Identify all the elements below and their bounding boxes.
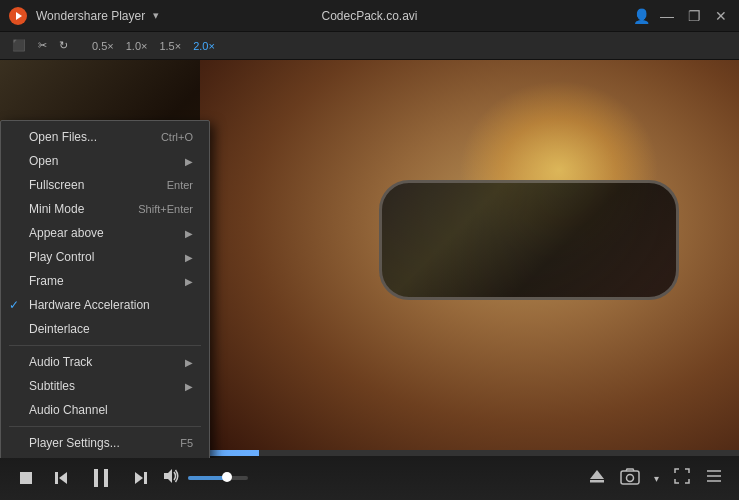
svg-rect-4 xyxy=(55,472,58,484)
next-button[interactable] xyxy=(126,464,154,492)
window-controls: 👤 — ❐ ✕ xyxy=(633,8,731,24)
menu-item-open[interactable]: Open ▶ xyxy=(1,149,209,173)
menu-label-audio-channel: Audio Channel xyxy=(29,403,108,417)
volume-knob xyxy=(222,472,232,482)
video-glasses-overlay xyxy=(379,180,679,300)
menu-label-subtitles: Subtitles xyxy=(29,379,75,393)
menu-item-deinterlace[interactable]: Deinterlace xyxy=(1,317,209,341)
context-menu: Open Files... Ctrl+O Open ▶ Fullscreen E… xyxy=(0,120,210,458)
clip-icon[interactable]: ✂ xyxy=(34,37,51,54)
menu-label-mini-mode: Mini Mode xyxy=(29,202,84,216)
menu-label-appear-above: Appear above xyxy=(29,226,104,240)
menu-shortcut-player-settings: F5 xyxy=(180,437,193,449)
svg-rect-5 xyxy=(94,469,98,487)
menu-item-audio-track[interactable]: Audio Track ▶ xyxy=(1,350,209,374)
menu-item-play-control[interactable]: Play Control ▶ xyxy=(1,245,209,269)
video-area: Open Files... Ctrl+O Open ▶ Fullscreen E… xyxy=(0,60,739,458)
speed-10-button[interactable]: 1.0× xyxy=(122,38,152,54)
volume-slider[interactable] xyxy=(188,476,248,480)
menu-label-audio-track: Audio Track xyxy=(29,355,92,369)
app-name-label: Wondershare Player xyxy=(36,9,145,23)
svg-point-13 xyxy=(627,475,634,482)
volume-icon[interactable] xyxy=(162,467,180,489)
dropdown-icon[interactable]: ▾ xyxy=(153,9,159,22)
speed-20-button[interactable]: 2.0× xyxy=(189,38,219,54)
menu-item-mini-mode[interactable]: Mini Mode Shift+Enter xyxy=(1,197,209,221)
menu-shortcut-fullscreen: Enter xyxy=(167,179,193,191)
menu-arrow-frame: ▶ xyxy=(185,276,193,287)
title-bar: Wondershare Player ▾ CodecPack.co.avi 👤 … xyxy=(0,0,739,32)
profile-icon[interactable]: 👤 xyxy=(633,8,650,24)
snapshot-icon[interactable]: ⬛ xyxy=(8,37,30,54)
menu-shortcut-open-files: Ctrl+O xyxy=(161,131,193,143)
menu-item-fullscreen[interactable]: Fullscreen Enter xyxy=(1,173,209,197)
right-controls: ▾ xyxy=(584,465,727,491)
toolbar: ⬛ ✂ ↻ 0.5× 1.0× 1.5× 2.0× xyxy=(0,32,739,60)
window-title: CodecPack.co.avi xyxy=(321,9,417,23)
speed-05-button[interactable]: 0.5× xyxy=(88,38,118,54)
pause-button[interactable] xyxy=(84,461,118,495)
menu-item-audio-channel[interactable]: Audio Channel xyxy=(1,398,209,422)
svg-rect-11 xyxy=(590,480,604,483)
svg-marker-3 xyxy=(59,472,67,484)
menu-label-open-files: Open Files... xyxy=(29,130,97,144)
speed-15-button[interactable]: 1.5× xyxy=(155,38,185,54)
svg-marker-7 xyxy=(135,472,143,484)
menu-arrow-appear-above: ▶ xyxy=(185,228,193,239)
menu-item-appear-above[interactable]: Appear above ▶ xyxy=(1,221,209,245)
controls-row: ▾ xyxy=(0,456,739,500)
menu-separator-1 xyxy=(9,345,201,346)
eject-button[interactable] xyxy=(584,465,610,491)
camera-button[interactable] xyxy=(616,465,644,491)
menu-shortcut-mini-mode: Shift+Enter xyxy=(138,203,193,215)
menu-item-subtitles[interactable]: Subtitles ▶ xyxy=(1,374,209,398)
svg-rect-8 xyxy=(144,472,147,484)
minimize-button[interactable]: — xyxy=(656,8,678,24)
menu-label-deinterlace: Deinterlace xyxy=(29,322,90,336)
menu-arrow-subtitles: ▶ xyxy=(185,381,193,392)
svg-marker-9 xyxy=(164,469,172,483)
prev-button[interactable] xyxy=(48,464,76,492)
menu-label-open: Open xyxy=(29,154,58,168)
menu-label-player-settings: Player Settings... xyxy=(29,436,120,450)
fullscreen-button[interactable] xyxy=(669,465,695,491)
menu-label-fullscreen: Fullscreen xyxy=(29,178,84,192)
menu-item-frame[interactable]: Frame ▶ xyxy=(1,269,209,293)
app-logo-icon xyxy=(8,6,28,26)
menu-label-hardware-acceleration: Hardware Acceleration xyxy=(29,298,150,312)
rotate-icon[interactable]: ↻ xyxy=(55,37,72,54)
menu-arrow-open: ▶ xyxy=(185,156,193,167)
svg-marker-10 xyxy=(590,470,604,479)
camera-dropdown[interactable]: ▾ xyxy=(650,471,663,486)
menu-label-play-control: Play Control xyxy=(29,250,94,264)
checkmark-icon: ✓ xyxy=(9,298,19,312)
menu-label-frame: Frame xyxy=(29,274,64,288)
menu-arrow-audio-track: ▶ xyxy=(185,357,193,368)
close-button[interactable]: ✕ xyxy=(711,8,731,24)
restore-button[interactable]: ❐ xyxy=(684,8,705,24)
menu-item-file-information[interactable]: File Information... Ctrl+I xyxy=(1,455,209,458)
menu-item-player-settings[interactable]: Player Settings... F5 xyxy=(1,431,209,455)
svg-rect-6 xyxy=(104,469,108,487)
menu-item-hardware-acceleration[interactable]: ✓ Hardware Acceleration xyxy=(1,293,209,317)
menu-arrow-play-control: ▶ xyxy=(185,252,193,263)
playlist-button[interactable] xyxy=(701,465,727,491)
title-bar-left: Wondershare Player ▾ xyxy=(8,6,159,26)
menu-separator-2 xyxy=(9,426,201,427)
menu-item-open-files[interactable]: Open Files... Ctrl+O xyxy=(1,125,209,149)
stop-button[interactable] xyxy=(12,464,40,492)
svg-rect-2 xyxy=(20,472,32,484)
